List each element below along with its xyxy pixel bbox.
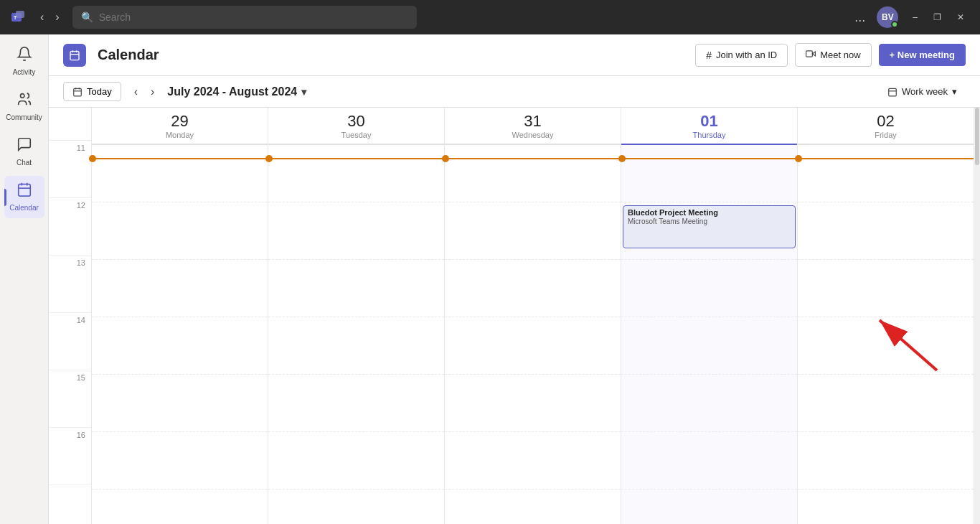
forward-button[interactable]: › bbox=[51, 8, 63, 27]
time-slot-15: 15 bbox=[49, 370, 91, 428]
app-body: Activity Community Chat Calendar bbox=[0, 34, 980, 524]
day-slot bbox=[92, 202, 268, 260]
day-slot bbox=[445, 202, 621, 260]
calendar-nav: ‹ › bbox=[128, 83, 161, 101]
svg-rect-4 bbox=[18, 184, 30, 197]
more-options-button[interactable]: ... bbox=[850, 7, 870, 28]
event-title: Bluedot Project Meeting bbox=[628, 208, 791, 217]
sidebar-item-label: Chat bbox=[17, 159, 32, 167]
video-icon bbox=[806, 49, 816, 61]
event-subtitle: Microsoft Teams Meeting bbox=[628, 217, 791, 225]
today-button[interactable]: Today bbox=[63, 82, 121, 101]
day-name: Thursday bbox=[627, 131, 791, 139]
day-slot bbox=[268, 202, 444, 260]
search-icon: 🔍 bbox=[81, 11, 93, 23]
day-slot bbox=[445, 145, 621, 202]
day-slot bbox=[798, 202, 974, 260]
svg-rect-1 bbox=[16, 11, 24, 18]
day-number: 31 bbox=[451, 112, 615, 131]
svg-marker-12 bbox=[813, 52, 816, 56]
calendar-header: Calendar # Join with an ID Meet now + Ne… bbox=[49, 34, 980, 76]
maximize-button[interactable]: ❐ bbox=[926, 9, 948, 25]
day-slot bbox=[445, 260, 621, 317]
day-slot bbox=[92, 432, 268, 490]
teams-logo: T bbox=[9, 7, 29, 27]
day-name: Friday bbox=[804, 131, 968, 139]
date-range[interactable]: July 2024 - August 2024 ▾ bbox=[167, 85, 306, 98]
close-button[interactable]: ✕ bbox=[950, 9, 971, 25]
sidebar-item-label: Community bbox=[6, 113, 42, 122]
title-bar: T ‹ › 🔍 ... BV – ❐ ✕ bbox=[0, 0, 980, 34]
avatar: BV bbox=[877, 6, 898, 28]
next-week-button[interactable]: › bbox=[145, 83, 160, 101]
day-slot bbox=[621, 145, 797, 202]
day-slot bbox=[445, 317, 621, 375]
time-slot-13: 13 bbox=[49, 256, 91, 313]
svg-rect-8 bbox=[70, 51, 79, 60]
header-actions: # Join with an ID Meet now + New meeting bbox=[695, 43, 966, 67]
prev-week-button[interactable]: ‹ bbox=[128, 83, 143, 101]
day-slot bbox=[445, 432, 621, 490]
time-slot-11: 11 bbox=[49, 141, 91, 198]
hash-icon: # bbox=[706, 50, 712, 61]
day-slot bbox=[621, 375, 797, 432]
day-header-wednesday: 31 Wednesday bbox=[445, 108, 621, 145]
nav-arrows: ‹ › bbox=[36, 8, 64, 27]
day-slot bbox=[798, 145, 974, 202]
day-number: 30 bbox=[274, 112, 438, 131]
current-time-line-fri bbox=[798, 158, 974, 159]
time-slot-12: 12 bbox=[49, 198, 91, 256]
svg-text:T: T bbox=[14, 15, 17, 20]
window-controls: – ❐ ✕ bbox=[905, 9, 971, 25]
day-number: 29 bbox=[98, 112, 262, 131]
calendar-inner-grid: 11 12 13 14 15 16 29 Monday bbox=[49, 108, 980, 524]
svg-rect-18 bbox=[889, 88, 897, 95]
time-slot-14: 14 bbox=[49, 313, 91, 370]
time-column: 11 12 13 14 15 16 bbox=[49, 108, 92, 524]
day-slot bbox=[268, 375, 444, 432]
calendar-grid: 11 12 13 14 15 16 29 Monday bbox=[49, 108, 980, 524]
day-name: Tuesday bbox=[274, 131, 438, 139]
active-indicator bbox=[4, 189, 6, 206]
day-slot bbox=[798, 432, 974, 490]
sidebar-item-label: Activity bbox=[13, 68, 36, 77]
meet-now-button[interactable]: Meet now bbox=[795, 43, 871, 67]
scrollbar-thumb bbox=[975, 108, 979, 165]
back-button[interactable]: ‹ bbox=[36, 8, 48, 27]
title-bar-right: ... BV – ❐ ✕ bbox=[850, 6, 971, 28]
day-slot bbox=[92, 317, 268, 375]
svg-point-3 bbox=[20, 94, 24, 98]
sidebar-item-activity[interactable]: Activity bbox=[4, 40, 44, 83]
scrollbar[interactable] bbox=[974, 108, 980, 524]
new-meeting-button[interactable]: + New meeting bbox=[879, 44, 966, 66]
join-with-id-button[interactable]: # Join with an ID bbox=[695, 44, 788, 67]
sidebar-item-chat[interactable]: Chat bbox=[4, 131, 44, 173]
work-week-button[interactable]: Work week ▾ bbox=[879, 83, 966, 100]
calendar-nav-icon bbox=[17, 182, 32, 201]
sidebar: Activity Community Chat Calendar bbox=[0, 34, 49, 524]
day-header-tuesday: 30 Tuesday bbox=[268, 108, 444, 145]
day-slot bbox=[621, 432, 797, 490]
day-col-monday: 29 Monday bbox=[92, 108, 268, 524]
svg-rect-14 bbox=[74, 88, 82, 95]
search-input[interactable] bbox=[99, 11, 408, 23]
title-bar-left: T ‹ › bbox=[9, 7, 64, 27]
meeting-event[interactable]: Bluedot Project Meeting Microsoft Teams … bbox=[623, 205, 796, 248]
day-col-wednesday: 31 Wednesday bbox=[445, 108, 621, 524]
day-slot bbox=[92, 375, 268, 432]
sidebar-item-calendar[interactable]: Calendar bbox=[4, 176, 44, 218]
day-slot bbox=[268, 432, 444, 490]
day-slot bbox=[621, 317, 797, 375]
current-time-line-tue bbox=[268, 158, 444, 159]
day-number: 02 bbox=[804, 112, 968, 131]
minimize-button[interactable]: – bbox=[905, 9, 925, 25]
activity-icon bbox=[17, 46, 32, 65]
day-slot bbox=[268, 260, 444, 317]
calendar-toolbar: Today ‹ › July 2024 - August 2024 ▾ Work… bbox=[49, 76, 980, 108]
day-slot bbox=[268, 317, 444, 375]
work-week-chevron-icon: ▾ bbox=[952, 86, 957, 97]
sidebar-item-community[interactable]: Community bbox=[4, 85, 44, 128]
day-header-monday: 29 Monday bbox=[92, 108, 268, 145]
day-slot bbox=[92, 145, 268, 202]
day-slot bbox=[92, 260, 268, 317]
